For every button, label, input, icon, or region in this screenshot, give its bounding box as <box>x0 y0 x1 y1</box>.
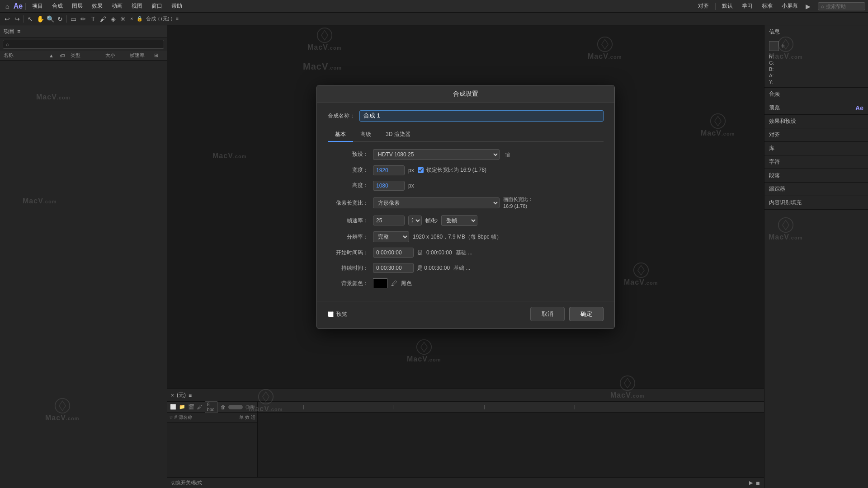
width-control: px 锁定长宽比为 16:9 (1.78) <box>373 165 604 175</box>
menu-effects[interactable]: 效果 <box>88 1 106 11</box>
redo-icon[interactable]: ↪ <box>13 14 22 23</box>
layer-col-switch: ☆ # <box>169 415 177 420</box>
menu-animation[interactable]: 动画 <box>108 1 126 11</box>
effects-label[interactable]: 效果和预设 <box>764 115 868 128</box>
workspace-default[interactable]: 默认 <box>718 1 736 11</box>
character-label[interactable]: 字符 <box>764 155 868 169</box>
eyedropper-icon[interactable]: 🖊 <box>391 280 397 287</box>
tab-menu-icon[interactable]: ≡ <box>175 16 178 21</box>
ok-button[interactable]: 确定 <box>569 307 604 321</box>
right-panel: 信息 + R: G: B: A: Y: 音频 预览 Ae 效果和预设 <box>764 25 868 488</box>
playback-icon2[interactable]: ⏹ <box>755 480 760 486</box>
brush-tool[interactable]: 🖌 <box>99 14 108 23</box>
cancel-button[interactable]: 取消 <box>530 307 565 321</box>
paragraph-section: 段落 <box>764 169 868 183</box>
project-table-header: 名称 ▲ 🏷 类型 大小 帧速率 ⊞ <box>0 51 167 61</box>
paragraph-label[interactable]: 段落 <box>764 169 868 182</box>
timeline-close[interactable]: × <box>171 392 174 399</box>
text-tool[interactable]: T <box>89 14 98 23</box>
dialog-tabs: 基本 高级 3D 渲染器 <box>328 128 604 142</box>
duration-is: 是 0:00:30:00 <box>417 264 450 272</box>
workspace-learn[interactable]: 学习 <box>738 1 756 11</box>
select-tool[interactable]: ↖ <box>26 14 35 23</box>
rotate-tool[interactable]: ↻ <box>56 14 65 23</box>
r-label: R: <box>769 54 817 59</box>
duration-base-btn[interactable]: 基础 ... <box>453 264 470 272</box>
timeline-tool-3[interactable]: 🎬 <box>188 404 194 410</box>
dialog-name-input[interactable] <box>359 110 604 122</box>
dialog-body: 合成名称： 基本 高级 3D 渲染器 预设： HDTV 1080 25HDTV … <box>317 103 614 301</box>
timeline-body: ⬜ 📁 🎬 🖊 8 bpc 🗑 (100 ☆ # 源名称 单 效 运 | | | <box>167 402 764 488</box>
preview-label: 预览 <box>336 310 347 318</box>
tab-3d-renderer[interactable]: 3D 渲染器 <box>378 128 418 142</box>
col-size-header: 大小 <box>105 52 126 59</box>
rect-tool[interactable]: ▭ <box>69 14 78 23</box>
pen-tool[interactable]: ✏ <box>79 14 88 23</box>
width-input[interactable] <box>373 165 405 175</box>
bg-color-swatch[interactable] <box>373 278 387 288</box>
menu-project[interactable]: 项目 <box>28 1 47 11</box>
timeline-tool-1[interactable]: ⬜ <box>170 404 176 410</box>
start-tc-base-val: 0:00:00:00 <box>426 249 452 256</box>
home-icon[interactable]: ⌂ <box>3 2 12 11</box>
undo-icon[interactable]: ↩ <box>3 14 12 23</box>
stamp-tool[interactable]: ◈ <box>108 14 118 23</box>
preview-checkbox[interactable] <box>328 311 334 317</box>
playback-icon[interactable]: ▶ <box>749 480 753 486</box>
workspace-standard[interactable]: 标准 <box>758 1 776 11</box>
resolution-select[interactable]: 完整1/21/4自定义 <box>373 231 409 242</box>
pixel-ratio-select[interactable]: 方形像素D1/DV NTSCD1/DV PAL <box>373 197 500 208</box>
lock-row: 锁定长宽比为 16:9 (1.78) <box>418 166 486 174</box>
start-tc-base-btn[interactable]: 基础 ... <box>456 249 472 257</box>
library-section: 库 <box>764 142 868 155</box>
zoom-tool[interactable]: 🔍 <box>46 14 55 23</box>
project-search-input[interactable] <box>11 42 161 47</box>
timeline-slider[interactable] <box>228 405 243 409</box>
workspace-more-icon[interactable]: ▶ <box>803 2 812 11</box>
tab-advanced[interactable]: 高级 <box>353 128 378 142</box>
tab-basic[interactable]: 基本 <box>328 128 353 142</box>
library-label[interactable]: 库 <box>764 142 868 155</box>
duration-control: 是 0:00:30:00 基础 ... <box>373 263 604 273</box>
menu-layer[interactable]: 图层 <box>68 1 86 11</box>
workspace-small[interactable]: 小屏幕 <box>778 1 802 11</box>
preset-select[interactable]: HDTV 1080 25HDTV 1080 24HDTV 1080 30HDV … <box>373 149 500 160</box>
a-label: A: <box>769 73 817 78</box>
project-menu[interactable]: ≡ <box>17 28 20 35</box>
menu-view[interactable]: 视图 <box>128 1 146 11</box>
timeline-tool-2[interactable]: 📁 <box>179 404 185 410</box>
align-button[interactable]: 对齐 <box>694 1 712 11</box>
search-input[interactable] <box>826 4 862 9</box>
tracker-label[interactable]: 跟踪器 <box>764 183 868 196</box>
menu-help[interactable]: 帮助 <box>168 1 186 11</box>
height-input[interactable] <box>373 181 405 191</box>
menu-composition[interactable]: 合成 <box>48 1 66 11</box>
tab-comp-sub: ( <box>158 16 160 21</box>
fps-dropdown[interactable]: 24253060 <box>408 216 422 225</box>
timeline-tool-4[interactable]: 🖊 <box>197 404 202 410</box>
sort-icon[interactable]: ▲ <box>49 53 56 58</box>
align-label[interactable]: 对齐 <box>764 128 868 141</box>
start-tc-is: 是 <box>417 249 423 257</box>
timeline-menu[interactable]: ≡ <box>189 392 192 399</box>
puppet-tool[interactable]: ✳ <box>118 14 127 23</box>
menu-window[interactable]: 窗口 <box>148 1 166 11</box>
tab-close[interactable]: × <box>130 16 133 21</box>
color-preview[interactable] <box>769 41 779 51</box>
hand-tool[interactable]: ✋ <box>36 14 45 23</box>
dialog-name-row: 合成名称： <box>328 110 604 122</box>
timeline-delete[interactable]: 🗑 <box>221 404 226 410</box>
info-label[interactable]: 信息 <box>764 25 868 38</box>
fps-input[interactable] <box>373 216 405 225</box>
content-aware-label[interactable]: 内容识别填充 <box>764 196 868 209</box>
preset-delete-icon[interactable]: 🗑 <box>503 150 512 159</box>
color-swatch-box[interactable]: + <box>769 41 863 51</box>
project-panel: 项目 ≡ ⌕ 名称 ▲ 🏷 类型 大小 帧速率 ⊞ MacV.com MacV.… <box>0 25 167 488</box>
audio-label[interactable]: 音频 <box>764 88 868 101</box>
start-tc-input[interactable] <box>373 248 414 258</box>
drop-frame-select[interactable]: 丢帧不丢帧 <box>441 215 477 226</box>
duration-input[interactable] <box>373 263 414 273</box>
preview-label[interactable]: 预览 Ae <box>764 101 868 114</box>
lock-aspect-checkbox[interactable] <box>418 167 424 173</box>
grid-icon[interactable]: ⊞ <box>154 52 163 58</box>
